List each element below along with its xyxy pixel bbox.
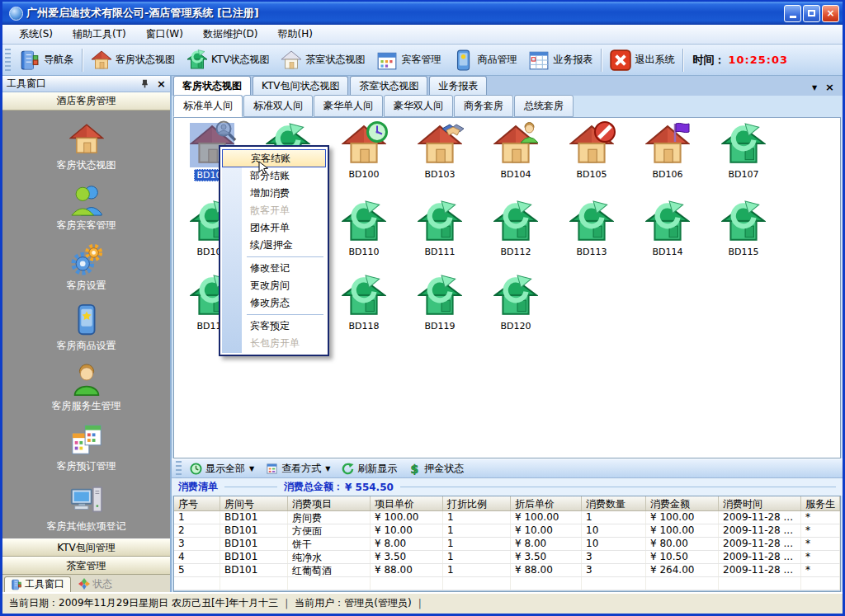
sidebar-item-1[interactable]: 客房宾客管理 <box>21 177 153 237</box>
status-separator: | <box>418 598 422 609</box>
action-button-1[interactable]: 查看方式▼ <box>260 460 336 477</box>
room-BD120[interactable]: BD120 <box>483 275 549 332</box>
table-header-cell[interactable]: 消费金额 <box>646 496 719 510</box>
table-header-cell[interactable]: 折后单价 <box>511 496 582 510</box>
toolbar-grip[interactable] <box>5 49 11 72</box>
room-BD110[interactable]: BD110 <box>331 200 397 257</box>
room-vacant-green-house-icon <box>418 200 462 245</box>
table-header-cell[interactable]: 消费时间 <box>719 496 801 510</box>
room-type-tab-5[interactable]: 总统套房 <box>514 95 574 117</box>
room-vacant-green-house-icon <box>493 275 538 319</box>
room-vacant-green-house-icon <box>342 275 386 319</box>
context-menu-item-0[interactable]: 宾客结账 <box>222 149 326 167</box>
table-row[interactable]: 2BD101方便面¥ 10.001¥ 10.0010¥ 100.002009-1… <box>174 524 840 538</box>
action-button-2[interactable]: 刷新显示 <box>336 460 403 477</box>
sidebar-item-2[interactable]: 客房设置 <box>21 237 153 298</box>
action-bar-grip[interactable] <box>176 457 182 480</box>
dropdown-caret-icon[interactable]: ▼ <box>249 465 254 473</box>
close-button[interactable]: × <box>822 5 839 22</box>
sidebar-item-6[interactable]: 客房其他款项登记 <box>21 478 153 538</box>
sidebar-item-4[interactable]: 客房服务生管理 <box>21 358 153 418</box>
menu-item-2[interactable]: 窗口(W) <box>136 27 193 41</box>
context-menu-item-11[interactable]: 宾客预定 <box>222 317 326 335</box>
doc-tab-3[interactable]: 业务报表 <box>429 76 487 96</box>
table-row[interactable]: 5BD101红葡萄酒¥ 88.001¥ 88.003¥ 264.002009-1… <box>174 564 840 577</box>
room-BD119[interactable]: BD119 <box>407 275 473 332</box>
sidebar-section-0[interactable]: KTV包间管理 <box>2 538 170 557</box>
table-row[interactable]: 3BD101饼干¥ 8.001¥ 8.0010¥ 80.002009-11-28… <box>174 538 840 551</box>
room-BD112[interactable]: BD112 <box>483 200 549 257</box>
room-type-tab-4[interactable]: 商务套房 <box>454 95 513 117</box>
tool-window-close-icon[interactable]: × <box>157 78 166 90</box>
context-menu-item-1[interactable]: 部分结账 <box>222 167 326 185</box>
exit-icon <box>610 49 631 71</box>
toolbar-button-2[interactable]: KTV状态视图 <box>181 47 275 73</box>
room-BD118[interactable]: BD118 <box>331 275 397 332</box>
room-BD114[interactable]: BD114 <box>635 200 701 257</box>
table-header-cell[interactable]: 房间号 <box>220 496 288 510</box>
context-menu-item-3[interactable]: 散客开单 <box>222 202 326 219</box>
sidebar-group-header[interactable]: 酒店客房管理 <box>2 92 170 111</box>
context-menu-item-4[interactable]: 团体开单 <box>222 219 326 237</box>
sidebar-item-3[interactable]: 客房商品设置 <box>21 298 153 358</box>
room-BD106[interactable]: BD106 <box>635 123 701 180</box>
toolbar-button-0[interactable]: 导航条 <box>13 47 79 73</box>
table-header-cell[interactable]: 服务生 <box>801 496 840 510</box>
context-menu-item-2[interactable]: 增加消费 <box>222 185 326 202</box>
toolbar-button-4[interactable]: 宾客管理 <box>371 47 446 73</box>
room-BD104[interactable]: BD104 <box>483 123 549 180</box>
sidebar-item-5[interactable]: 客房预订管理 <box>21 418 153 478</box>
table-cell: 10 <box>582 538 646 550</box>
context-menu-item-7[interactable]: 修改登记 <box>222 260 326 277</box>
room-type-tab-0[interactable]: 标准单人间 <box>173 95 243 117</box>
menu-separator <box>247 314 323 315</box>
context-menu-item-8[interactable]: 更改房间 <box>222 277 326 294</box>
menu-item-1[interactable]: 辅助工具(T) <box>63 27 136 41</box>
table-header-cell[interactable]: 打折比例 <box>443 496 511 510</box>
table-header-cell[interactable]: 消费项目 <box>288 496 371 510</box>
menu-item-0[interactable]: 系统(S) <box>9 27 63 41</box>
room-BD111[interactable]: BD111 <box>407 200 473 257</box>
room-BD113[interactable]: BD113 <box>559 200 625 257</box>
action-button-0[interactable]: 显示全部▼ <box>184 460 260 477</box>
room-BD107[interactable]: BD107 <box>710 123 777 180</box>
context-menu-item-5[interactable]: 续/退押金 <box>222 237 326 254</box>
doc-tab-1[interactable]: KTV包间状态视图 <box>253 76 348 96</box>
room-BD105[interactable]: BD105 <box>559 123 625 180</box>
toolbar-button-3[interactable]: 茶室状态视图 <box>275 47 371 73</box>
toolbar-button-6[interactable]: 业务报表 <box>522 47 598 73</box>
dropdown-caret-icon[interactable]: ▼ <box>325 465 330 473</box>
table-header-cell[interactable]: 项目单价 <box>371 496 443 510</box>
toolbar-button-1[interactable]: 客房状态视图 <box>85 47 181 73</box>
room-BD103[interactable]: BD103 <box>407 123 473 180</box>
context-menu-item-12[interactable]: 长包房开单 <box>222 335 326 352</box>
sidebar-item-0[interactable]: 客房状态视图 <box>21 117 153 177</box>
doc-tab-0[interactable]: 客房状态视图 <box>173 76 251 96</box>
menu-item-4[interactable]: 帮助(H) <box>268 27 323 41</box>
pin-icon[interactable] <box>139 78 150 89</box>
room-BD115[interactable]: BD115 <box>710 200 777 257</box>
room-BD100[interactable]: BD100 <box>331 123 397 180</box>
maximize-button[interactable] <box>803 5 820 22</box>
action-button-3[interactable]: $押金状态 <box>403 460 470 477</box>
doc-tab-2[interactable]: 茶室状态视图 <box>350 76 427 96</box>
room-type-tab-2[interactable]: 豪华单人间 <box>314 95 383 117</box>
room-type-tab-3[interactable]: 豪华双人间 <box>384 95 453 117</box>
table-header-cell[interactable]: 消费数量 <box>582 496 646 510</box>
sidebar-bottom-tab-0[interactable]: 工具窗口 <box>4 576 71 592</box>
toolbar-button-5[interactable]: 商品管理 <box>446 47 522 73</box>
table-cell: 1 <box>443 551 511 563</box>
table-header-cell[interactable]: 序号 <box>174 496 220 510</box>
table-row[interactable]: 1BD101房间费¥ 100.001¥ 100.001¥ 100.002009-… <box>174 511 840 524</box>
tab-dropdown-icon[interactable]: ▼ <box>812 84 817 92</box>
room-vacant-green-house-icon <box>721 200 766 245</box>
context-menu-item-9[interactable]: 修改房态 <box>222 294 326 312</box>
menu-item-3[interactable]: 数据维护(D) <box>193 27 268 41</box>
tab-close-icon[interactable]: × <box>825 83 834 92</box>
sidebar-section-1[interactable]: 茶室管理 <box>2 557 170 575</box>
sidebar-bottom-tab-1[interactable]: 状态 <box>73 576 118 592</box>
minimize-button[interactable] <box>784 5 801 22</box>
room-type-tab-1[interactable]: 标准双人间 <box>243 95 313 117</box>
toolbar-button-7[interactable]: 退出系统 <box>604 47 680 73</box>
table-row[interactable]: 4BD101纯净水¥ 3.501¥ 3.503¥ 10.502009-11-28… <box>174 551 840 564</box>
